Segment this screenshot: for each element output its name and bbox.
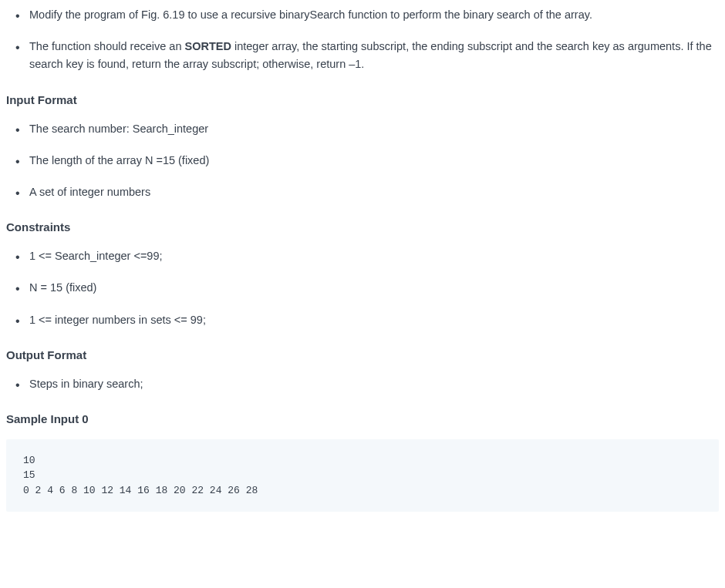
list-item: A set of integer numbers xyxy=(6,183,719,201)
output-format-header: Output Format xyxy=(6,346,719,365)
sample-input-0-header: Sample Input 0 xyxy=(6,410,719,428)
list-item: 1 <= integer numbers in sets <= 99; xyxy=(6,311,719,329)
constraints-header: Constraints xyxy=(6,218,719,237)
description-text: Modify the program of Fig. 6.19 to use a… xyxy=(29,8,592,21)
description-text-before: The function should receive an xyxy=(29,40,185,52)
list-item: The length of the array N =15 (fixed) xyxy=(6,152,719,170)
sample-input-0-code: 10 15 0 2 4 6 8 10 12 14 16 18 20 22 24 … xyxy=(6,439,719,512)
constraints-list: 1 <= Search_integer <=99; N = 15 (fixed)… xyxy=(6,247,719,329)
list-item: The search number: Search_integer xyxy=(6,120,719,138)
description-list: Modify the program of Fig. 6.19 to use a… xyxy=(6,6,719,74)
description-bold: SORTED xyxy=(185,40,231,52)
description-item: The function should receive an SORTED in… xyxy=(6,38,719,73)
list-item: Steps in binary search; xyxy=(6,375,719,393)
output-format-list: Steps in binary search; xyxy=(6,375,719,393)
input-format-list: The search number: Search_integer The le… xyxy=(6,120,719,202)
input-format-header: Input Format xyxy=(6,91,719,109)
list-item: 1 <= Search_integer <=99; xyxy=(6,247,719,265)
description-item: Modify the program of Fig. 6.19 to use a… xyxy=(6,6,719,24)
list-item: N = 15 (fixed) xyxy=(6,279,719,297)
